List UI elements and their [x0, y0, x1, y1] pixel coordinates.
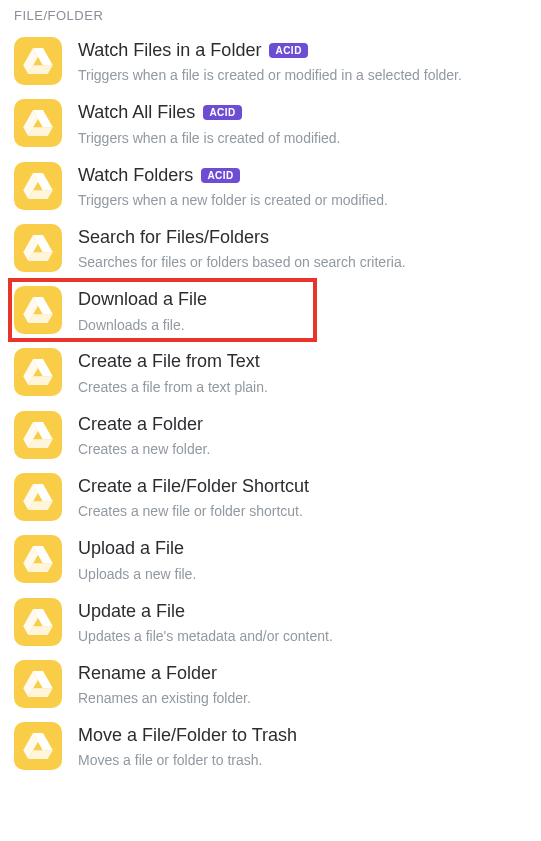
- google-drive-icon: [14, 598, 62, 646]
- google-drive-icon: [14, 660, 62, 708]
- google-drive-icon: [14, 473, 62, 521]
- action-text: Watch Files in a FolderACIDTriggers when…: [78, 37, 527, 85]
- action-item[interactable]: Watch FoldersACIDTriggers when a new fol…: [14, 158, 527, 220]
- action-description: Downloads a file.: [78, 316, 527, 335]
- action-text: Search for Files/FoldersSearches for fil…: [78, 224, 527, 272]
- action-title: Download a File: [78, 288, 207, 311]
- action-description: Creates a file from a text plain.: [78, 378, 527, 397]
- google-drive-icon: [14, 224, 62, 272]
- acid-badge: ACID: [201, 168, 239, 183]
- acid-badge: ACID: [203, 105, 241, 120]
- action-description: Renames an existing folder.: [78, 689, 527, 708]
- action-description: Moves a file or folder to trash.: [78, 751, 527, 770]
- action-description: Creates a new folder.: [78, 440, 527, 459]
- action-description: Uploads a new file.: [78, 565, 527, 584]
- action-title: Create a File/Folder Shortcut: [78, 475, 309, 498]
- acid-badge: ACID: [269, 43, 307, 58]
- action-item[interactable]: Download a FileDownloads a file.: [14, 282, 527, 344]
- action-title: Search for Files/Folders: [78, 226, 269, 249]
- google-drive-icon: [14, 37, 62, 85]
- action-item[interactable]: Rename a FolderRenames an existing folde…: [14, 656, 527, 718]
- action-item[interactable]: Watch Files in a FolderACIDTriggers when…: [14, 33, 527, 95]
- google-drive-icon: [14, 535, 62, 583]
- action-list: Watch Files in a FolderACIDTriggers when…: [14, 33, 527, 780]
- action-text: Rename a FolderRenames an existing folde…: [78, 660, 527, 708]
- action-title: Watch Files in a Folder: [78, 39, 261, 62]
- action-text: Download a FileDownloads a file.: [78, 286, 527, 334]
- action-title: Create a Folder: [78, 413, 203, 436]
- google-drive-icon: [14, 286, 62, 334]
- action-description: Creates a new file or folder shortcut.: [78, 502, 527, 521]
- action-item[interactable]: Update a FileUpdates a file's metadata a…: [14, 594, 527, 656]
- action-text: Move a File/Folder to TrashMoves a file …: [78, 722, 527, 770]
- action-description: Updates a file's metadata and/or content…: [78, 627, 527, 646]
- action-item[interactable]: Upload a FileUploads a new file.: [14, 531, 527, 593]
- action-text: Watch All FilesACIDTriggers when a file …: [78, 99, 527, 147]
- google-drive-icon: [14, 348, 62, 396]
- action-title: Update a File: [78, 600, 185, 623]
- google-drive-icon: [14, 162, 62, 210]
- google-drive-icon: [14, 722, 62, 770]
- action-text: Watch FoldersACIDTriggers when a new fol…: [78, 162, 527, 210]
- action-item[interactable]: Search for Files/FoldersSearches for fil…: [14, 220, 527, 282]
- action-title: Rename a Folder: [78, 662, 217, 685]
- action-text: Create a File/Folder ShortcutCreates a n…: [78, 473, 527, 521]
- action-item[interactable]: Create a File/Folder ShortcutCreates a n…: [14, 469, 527, 531]
- action-title: Upload a File: [78, 537, 184, 560]
- action-title: Watch Folders: [78, 164, 193, 187]
- action-text: Create a FolderCreates a new folder.: [78, 411, 527, 459]
- google-drive-icon: [14, 411, 62, 459]
- action-item[interactable]: Create a File from TextCreates a file fr…: [14, 344, 527, 406]
- section-header: FILE/FOLDER: [14, 8, 527, 23]
- action-description: Triggers when a file is created or modif…: [78, 66, 527, 85]
- action-text: Update a FileUpdates a file's metadata a…: [78, 598, 527, 646]
- action-title: Create a File from Text: [78, 350, 260, 373]
- action-description: Triggers when a new folder is created or…: [78, 191, 527, 210]
- action-item[interactable]: Create a FolderCreates a new folder.: [14, 407, 527, 469]
- action-item[interactable]: Watch All FilesACIDTriggers when a file …: [14, 95, 527, 157]
- action-text: Upload a FileUploads a new file.: [78, 535, 527, 583]
- action-text: Create a File from TextCreates a file fr…: [78, 348, 527, 396]
- action-item[interactable]: Move a File/Folder to TrashMoves a file …: [14, 718, 527, 780]
- action-description: Triggers when a file is created of modif…: [78, 129, 527, 148]
- action-title: Move a File/Folder to Trash: [78, 724, 297, 747]
- google-drive-icon: [14, 99, 62, 147]
- action-description: Searches for files or folders based on s…: [78, 253, 527, 272]
- action-title: Watch All Files: [78, 101, 195, 124]
